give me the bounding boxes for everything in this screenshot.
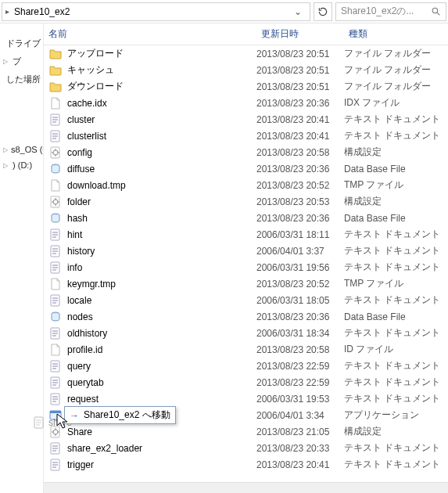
file-date: 2013/08/23 20:41 bbox=[256, 114, 344, 125]
file-row[interactable]: hash2013/08/23 20:36Data Base File bbox=[44, 210, 448, 226]
file-type: 構成設定 bbox=[344, 146, 448, 159]
nav-item[interactable] bbox=[3, 88, 40, 95]
config-file-icon bbox=[49, 426, 62, 438]
file-row[interactable]: locale2006/03/31 18:05テキスト ドキュメント bbox=[44, 292, 448, 308]
move-tooltip: → Share10_ex2 へ移動 bbox=[64, 406, 176, 424]
expand-triangle-icon[interactable]: ▷ bbox=[3, 162, 9, 169]
text-file-icon bbox=[49, 376, 62, 389]
file-date: 2013/08/23 20:36 bbox=[256, 164, 344, 175]
text-file-icon bbox=[49, 442, 62, 455]
file-row[interactable]: config2013/08/23 20:58構成設定 bbox=[44, 144, 448, 160]
svg-rect-50 bbox=[50, 411, 61, 413]
search-icon bbox=[431, 6, 441, 16]
nav-item-label: ドライブ bbox=[6, 38, 41, 49]
file-date: 2013/08/23 20:58 bbox=[256, 147, 344, 158]
file-name: cache.idx bbox=[63, 98, 256, 109]
file-type: テキスト ドキュメント bbox=[344, 113, 448, 126]
generic-file-icon bbox=[49, 97, 62, 110]
file-row[interactable]: Share2013/08/23 21:05構成設定 bbox=[44, 423, 448, 440]
file-type: テキスト ドキュメント bbox=[344, 441, 448, 455]
file-row[interactable]: trigger2013/08/23 20:41テキスト ドキュメント bbox=[44, 456, 448, 473]
file-row[interactable]: clusterlist2013/08/23 20:41テキスト ドキュメント bbox=[44, 128, 448, 144]
generic-file-icon bbox=[49, 278, 62, 290]
column-header-date[interactable]: 更新日時 bbox=[256, 27, 344, 41]
nav-item[interactable]: ドライブ bbox=[3, 34, 40, 52]
file-row[interactable]: アップロード2013/08/23 20:51ファイル フォルダー bbox=[44, 45, 448, 62]
generic-file-icon bbox=[49, 344, 62, 356]
file-name: oldhistory bbox=[63, 328, 256, 339]
file-date: 2013/08/23 20:52 bbox=[256, 180, 344, 191]
file-row[interactable]: oldhistory2006/03/31 18:34テキスト ドキュメント bbox=[44, 325, 448, 341]
file-date: 2006/03/31 19:56 bbox=[256, 262, 344, 273]
column-header-type[interactable]: 種類 bbox=[344, 27, 448, 41]
nav-item[interactable]: ▷s8_OS (C: bbox=[3, 142, 40, 157]
nav-item-label: s8_OS (C: bbox=[11, 145, 44, 154]
address-bar[interactable]: ▸ Share10_ex2 ⌄ bbox=[2, 2, 310, 21]
file-date: 2013/08/23 20:58 bbox=[256, 344, 344, 355]
folder-icon bbox=[49, 64, 62, 77]
database-file-icon bbox=[49, 163, 62, 175]
file-type: 構成設定 bbox=[344, 195, 448, 208]
file-type: アプリケーション bbox=[344, 408, 448, 422]
file-name: request bbox=[63, 394, 256, 405]
file-row[interactable]: download.tmp2013/08/23 20:52TMP ファイル bbox=[44, 177, 448, 193]
file-date: 2013/08/23 22:59 bbox=[256, 377, 344, 388]
file-row[interactable]: ダウンロード2013/08/23 20:51ファイル フォルダー bbox=[44, 78, 448, 95]
file-type: テキスト ドキュメント bbox=[344, 244, 448, 257]
file-name: trigger bbox=[63, 459, 256, 470]
breadcrumb-location[interactable]: Share10_ex2 bbox=[14, 6, 70, 17]
file-row[interactable]: query2013/08/23 22:59テキスト ドキュメント bbox=[44, 358, 448, 374]
file-row[interactable]: diffuse2013/08/23 20:36Data Base File bbox=[44, 160, 448, 177]
file-row[interactable]: hint2006/03/31 18:11テキスト ドキュメント bbox=[44, 226, 448, 243]
file-name: hint bbox=[63, 229, 256, 240]
horizontal-scrollbar[interactable] bbox=[44, 482, 448, 493]
address-dropdown-icon[interactable]: ⌄ bbox=[289, 6, 306, 17]
file-date: 2006/04/01 3:34 bbox=[256, 410, 344, 421]
file-row[interactable]: info2006/03/31 19:56テキスト ドキュメント bbox=[44, 259, 448, 275]
nav-item-label: ブ bbox=[13, 56, 21, 67]
file-type: テキスト ドキュメント bbox=[344, 326, 448, 340]
file-row[interactable]: keymgr.tmp2013/08/23 20:52TMP ファイル bbox=[44, 275, 448, 292]
generic-file-icon bbox=[49, 179, 62, 192]
file-name: Share bbox=[63, 426, 256, 437]
file-row[interactable]: querytab2013/08/23 22:59テキスト ドキュメント bbox=[44, 374, 448, 390]
file-row[interactable]: share_ex2_loader2013/08/23 20:33テキスト ドキュ… bbox=[44, 440, 448, 456]
refresh-button[interactable] bbox=[314, 2, 332, 21]
file-name: info bbox=[63, 262, 256, 273]
file-type: Data Base File bbox=[344, 213, 448, 224]
config-file-icon bbox=[49, 196, 62, 208]
file-row[interactable]: profile.id2013/08/23 20:58ID ファイル bbox=[44, 341, 448, 358]
file-date: 2013/08/23 20:53 bbox=[256, 196, 344, 207]
nav-item[interactable]: ▷) (D:) bbox=[3, 157, 40, 173]
file-name: profile.id bbox=[63, 344, 256, 355]
file-name: query bbox=[63, 361, 256, 372]
expand-triangle-icon[interactable]: ▷ bbox=[3, 58, 9, 65]
nav-item[interactable]: ▷ブ bbox=[3, 52, 40, 70]
text-file-icon bbox=[49, 294, 62, 307]
expand-triangle-icon[interactable]: ▷ bbox=[3, 146, 8, 153]
file-type: TMP ファイル bbox=[344, 178, 448, 192]
file-name: アップロード bbox=[63, 47, 256, 60]
file-row[interactable]: request2006/03/31 19:53テキスト ドキュメント bbox=[44, 390, 448, 407]
text-file-icon bbox=[49, 393, 62, 405]
navigation-pane[interactable]: ドライブ▷ブした場所▷s8_OS (C:▷) (D:) bbox=[0, 23, 44, 493]
column-headers: 名前 更新日時 種類 bbox=[44, 23, 448, 45]
file-row[interactable]: cache.idx2013/08/23 20:36IDX ファイル bbox=[44, 95, 448, 111]
file-date: 2013/08/23 20:41 bbox=[256, 459, 344, 470]
file-row[interactable]: nodes2013/08/23 20:36Data Base File bbox=[44, 308, 448, 325]
file-row[interactable]: history2006/04/01 3:37テキスト ドキュメント bbox=[44, 243, 448, 259]
file-name: history bbox=[63, 246, 256, 257]
file-row[interactable]: folder2013/08/23 20:53構成設定 bbox=[44, 193, 448, 210]
nav-item[interactable]: した場所 bbox=[3, 70, 40, 88]
file-type: テキスト ドキュメント bbox=[344, 228, 448, 241]
text-file-icon bbox=[49, 130, 62, 142]
file-date: 2006/04/01 3:37 bbox=[256, 246, 344, 257]
file-type: 構成設定 bbox=[344, 425, 448, 438]
text-file-icon bbox=[49, 327, 62, 340]
search-box[interactable]: Share10_ex2の... bbox=[335, 2, 446, 21]
file-row[interactable]: cluster2013/08/23 20:41テキスト ドキュメント bbox=[44, 111, 448, 128]
file-type: TMP ファイル bbox=[344, 277, 448, 290]
file-date: 2013/08/23 20:36 bbox=[256, 98, 344, 109]
column-header-name[interactable]: 名前 bbox=[44, 27, 256, 41]
file-row[interactable]: キャッシュ2013/08/23 20:51ファイル フォルダー bbox=[44, 62, 448, 78]
